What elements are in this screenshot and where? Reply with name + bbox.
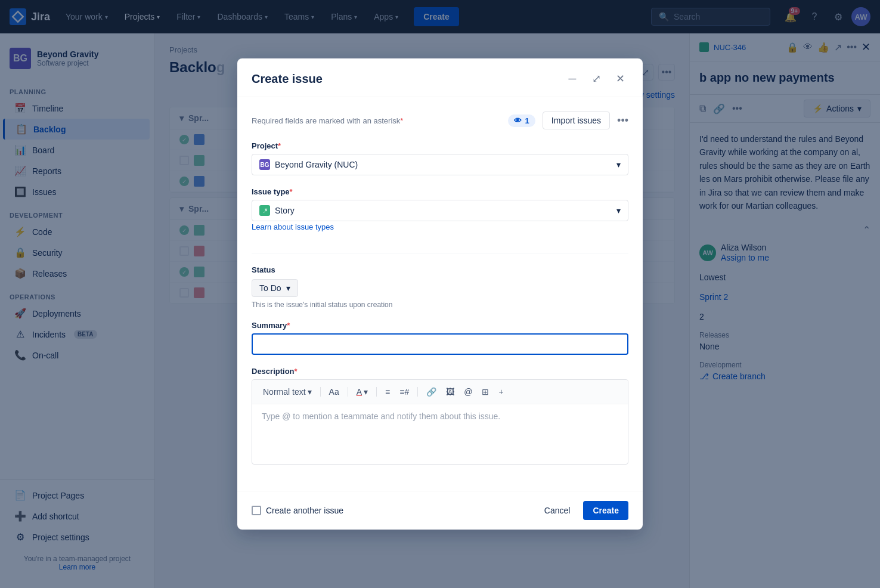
project-select[interactable]: BG Beyond Gravity (NUC) ▾ xyxy=(252,154,628,175)
status-label: Status xyxy=(252,265,628,274)
modal-body: Required fields are marked with an aster… xyxy=(237,97,643,491)
modal-footer: Create another issue Cancel Create xyxy=(237,491,643,530)
description-editor: Normal text ▾ Aa A ▾ ≡ ≡# xyxy=(252,379,628,465)
create-another-checkbox[interactable] xyxy=(252,506,261,515)
modal-header-icons: ─ ⤢ ✕ xyxy=(564,70,628,87)
link-button[interactable]: 🔗 xyxy=(423,385,440,399)
summary-field: Summary* xyxy=(252,321,628,355)
chevron-down-icon: ▾ xyxy=(616,206,621,215)
cancel-button[interactable]: Cancel xyxy=(536,501,579,520)
modal-overlay[interactable]: Create issue ─ ⤢ ✕ Required fields are m… xyxy=(0,0,880,588)
story-type-icon: ⭷ xyxy=(259,205,270,216)
required-note-text: Required fields are marked with an aster… xyxy=(252,116,403,125)
modal-actions: Cancel Create xyxy=(536,501,628,520)
table-button[interactable]: ⊞ xyxy=(478,385,492,399)
toolbar-divider xyxy=(320,387,321,397)
project-select-icon: BG xyxy=(259,159,270,170)
close-button[interactable]: ✕ xyxy=(612,70,628,87)
divider xyxy=(252,253,628,253)
eye-icon: 👁 xyxy=(514,116,522,125)
create-another-checkbox-row[interactable]: Create another issue xyxy=(252,506,343,515)
toolbar-divider xyxy=(417,387,418,397)
learn-about-issue-types-link[interactable]: Learn about issue types xyxy=(252,222,334,231)
import-issues-button[interactable]: Import issues xyxy=(543,112,610,129)
issue-type-field: Issue type* ⭷ Story ▾ Learn about issue … xyxy=(252,187,628,241)
chevron-down-icon: ▾ xyxy=(308,387,312,397)
modal-title: Create issue xyxy=(252,72,323,86)
chevron-down-icon: ▾ xyxy=(286,283,290,293)
create-issue-modal: Create issue ─ ⤢ ✕ Required fields are m… xyxy=(237,58,643,530)
summary-label: Summary* xyxy=(252,321,628,330)
create-button[interactable]: Create xyxy=(583,501,628,520)
ordered-list-button[interactable]: ≡# xyxy=(396,385,413,399)
issue-type-label: Issue type* xyxy=(252,187,628,196)
issue-type-select[interactable]: ⭷ Story ▾ xyxy=(252,200,628,221)
image-button[interactable]: 🖼 xyxy=(442,385,458,399)
bullet-list-button[interactable]: ≡ xyxy=(382,385,393,399)
project-label: Project* xyxy=(252,141,628,150)
status-button[interactable]: To Do ▾ xyxy=(252,279,298,297)
chevron-down-icon: ▾ xyxy=(364,387,368,397)
description-field: Description* Normal text ▾ Aa A ▾ xyxy=(252,367,628,465)
description-body[interactable]: Type @ to mention a teammate and notify … xyxy=(252,404,628,464)
color-button[interactable]: A ▾ xyxy=(353,385,371,399)
project-field: Project* BG Beyond Gravity (NUC) ▾ xyxy=(252,141,628,175)
mention-button[interactable]: @ xyxy=(460,385,476,399)
more-formatting-button[interactable]: + xyxy=(495,385,507,399)
more-options-button[interactable]: ••• xyxy=(617,114,628,127)
minimize-button[interactable]: ─ xyxy=(564,70,581,87)
description-label: Description* xyxy=(252,367,628,376)
watch-badge[interactable]: 👁 1 xyxy=(508,114,535,127)
chevron-down-icon: ▾ xyxy=(616,160,621,169)
text-style-button[interactable]: Normal text ▾ xyxy=(259,385,315,399)
expand-button[interactable]: ⤢ xyxy=(588,70,605,87)
status-section: Status To Do ▾ This is the issue's initi… xyxy=(252,265,628,309)
toolbar-divider xyxy=(376,387,377,397)
required-note-row: Required fields are marked with an aster… xyxy=(252,112,628,129)
modal-header: Create issue ─ ⤢ ✕ xyxy=(237,58,643,97)
status-note: This is the issue's initial status upon … xyxy=(252,301,628,309)
summary-input[interactable] xyxy=(252,333,628,355)
toolbar-divider xyxy=(348,387,348,397)
description-toolbar: Normal text ▾ Aa A ▾ ≡ ≡# xyxy=(252,380,628,404)
font-button[interactable]: Aa xyxy=(326,385,343,399)
